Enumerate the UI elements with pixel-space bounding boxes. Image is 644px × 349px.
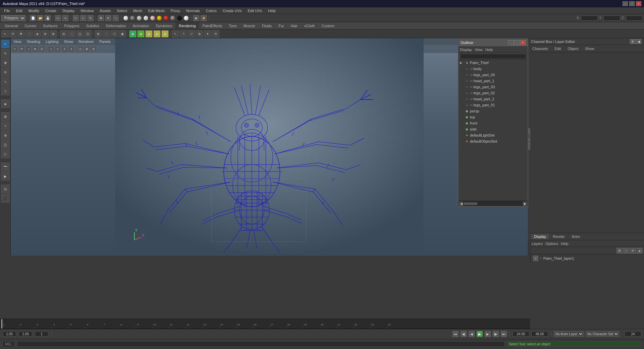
outliner-item-legs-03[interactable]: ○ ─ legs_part_03 <box>459 84 528 90</box>
viewport-3d[interactable]: View Shading Lighting Show Renderer Pane… <box>11 38 528 256</box>
outliner-view-menu[interactable]: View <box>475 48 483 52</box>
snap-curve-btn[interactable]: ⌗ <box>1 121 10 130</box>
tab-painteffects[interactable]: PaintEffects <box>199 22 226 30</box>
y-input[interactable] <box>603 15 620 21</box>
icon-btn-13[interactable]: ⋯ <box>103 30 110 38</box>
render-tab[interactable]: Render <box>550 234 568 239</box>
tab-hair[interactable]: Hair <box>287 22 301 30</box>
icon-btn-21[interactable]: ⟲ <box>212 30 219 38</box>
snap-grid-btn[interactable]: ⊞ <box>1 112 10 121</box>
timeline-ruler[interactable]: 1 2 3 4 5 6 7 8 9 10 11 12 13 14 15 16 1… <box>0 319 530 329</box>
move-tool-btn[interactable]: ✥ <box>1 58 10 67</box>
tab-general[interactable]: General <box>1 22 21 30</box>
outliner-item-body[interactable]: ○ ─ body <box>459 66 528 72</box>
icon-yellow-2[interactable]: ◉ <box>153 30 161 38</box>
options-menu[interactable]: Options <box>545 242 558 246</box>
menu-item-mesh[interactable]: Mesh <box>130 8 145 13</box>
outliner-item-default-light-set[interactable]: ● defaultLightSet <box>459 132 528 138</box>
icon-yellow-1[interactable]: ◉ <box>145 30 153 38</box>
le-help-menu[interactable]: Help <box>561 242 569 246</box>
menu-item-edit[interactable]: Edit <box>13 8 25 13</box>
ch-expand-btn[interactable]: ◀ <box>636 39 641 44</box>
outliner-item-default-object-set[interactable]: ● defaultObjectSet <box>459 138 528 144</box>
end-time-2-input[interactable] <box>531 331 548 337</box>
menu-item-file[interactable]: File <box>1 8 13 13</box>
prev-key-btn[interactable]: ◀| <box>461 331 467 337</box>
snap-surface-btn[interactable]: ◫ <box>1 140 10 149</box>
menu-item-create uvs[interactable]: Create UVs <box>220 8 245 13</box>
icon-btn-17[interactable]: ⌗ <box>180 30 187 38</box>
paint-select-btn[interactable]: ✎ <box>1 49 10 58</box>
outliner-close-btn[interactable]: ✕ <box>520 40 526 45</box>
mode-selector[interactable]: Polygons <box>1 15 25 21</box>
tab-animation[interactable]: Animation <box>129 22 153 30</box>
menu-item-edit mesh[interactable]: Edit Mesh <box>146 8 167 13</box>
x-input[interactable] <box>581 15 598 21</box>
next-key-btn[interactable]: |▶ <box>493 331 499 337</box>
tab-polygons[interactable]: Polygons <box>61 22 83 30</box>
z-input[interactable] <box>626 15 643 21</box>
layer-del-btn[interactable]: ✕ <box>630 248 636 254</box>
channels-tab[interactable]: Channels <box>530 46 550 51</box>
icon-btn-10[interactable]: ◫ <box>76 30 84 38</box>
display-tab[interactable]: Display <box>531 234 549 239</box>
tab-surfaces[interactable]: Surfaces <box>40 22 61 30</box>
outliner-item-legs-01[interactable]: ○ ─ legs_part_01 <box>459 102 528 108</box>
rotate-tool-btn[interactable]: ⟳ <box>1 68 10 77</box>
menu-item-edit uvs[interactable]: Edit UVs <box>245 8 265 13</box>
tab-ncloth[interactable]: nCloth <box>301 22 318 30</box>
redo-btn[interactable]: ↪ <box>62 15 68 21</box>
outliner-item-palm-thief[interactable]: ▶ ◈ Palm_Thief <box>459 60 528 66</box>
step-fwd-btn[interactable]: ▶ <box>485 331 491 337</box>
icon-green-2[interactable]: ◉ <box>137 30 145 38</box>
end-time-1-input[interactable] <box>513 331 529 337</box>
layer-visibility-btn[interactable]: V <box>533 256 538 261</box>
tab-deformation[interactable]: Deformation <box>103 22 129 30</box>
tab-curves[interactable]: Curves <box>21 22 40 30</box>
command-line-input[interactable] <box>17 341 504 347</box>
current-time-input[interactable] <box>3 331 16 337</box>
icon-btn-16[interactable]: ↖ <box>172 30 179 38</box>
icon-btn-19[interactable]: ⊕ <box>196 30 203 38</box>
cluster-btn[interactable]: ⊡ <box>1 185 10 193</box>
tab-dynamics[interactable]: Dynamics <box>153 22 175 30</box>
snap-point-btn[interactable]: ⊕ <box>1 131 10 140</box>
outliner-title-bar[interactable]: Outliner ─ □ ✕ <box>459 39 528 46</box>
menu-item-create[interactable]: Create <box>43 8 59 13</box>
paint-btn[interactable]: ✎ <box>88 15 94 21</box>
outliner-item-legs-02[interactable]: ○ ─ legs_part_02 <box>459 90 528 96</box>
outliner-item-side[interactable]: ◉ side <box>459 126 528 132</box>
render-view-btn[interactable]: ▶ <box>1 172 10 181</box>
outliner-item-head-1[interactable]: ○ ─ head_part_1 <box>459 78 528 84</box>
tab-custom[interactable]: Custom <box>318 22 338 30</box>
show-tab[interactable]: Show <box>582 46 597 51</box>
icon-btn-8[interactable]: ⊟ <box>60 30 67 38</box>
edit-tab[interactable]: Edit <box>552 46 564 51</box>
select-tool-btn[interactable]: ↖ <box>1 40 10 48</box>
outliner-help-menu[interactable]: Help <box>485 48 493 52</box>
layer-connect-btn[interactable]: ↔ <box>623 248 629 254</box>
icon-btn-11[interactable]: ⊡ <box>84 30 92 38</box>
tab-fur[interactable]: Fur <box>275 22 287 30</box>
tab-toon[interactable]: Toon <box>225 22 240 30</box>
outliner-search-input[interactable] <box>460 54 526 59</box>
sculpt-btn[interactable]: ⬛ <box>1 194 10 203</box>
menu-item-window[interactable]: Window <box>78 8 96 13</box>
camera-tools-btn[interactable]: 📷 <box>1 162 10 171</box>
scale-tool-btn[interactable]: ⤡ <box>1 77 10 86</box>
outliner-display-menu[interactable]: Display <box>460 48 472 52</box>
step-back-btn[interactable]: ◀ <box>469 331 475 337</box>
object-tab[interactable]: Object <box>565 46 581 51</box>
outliner-hscroll-thumb[interactable] <box>464 202 477 205</box>
snap-live-btn[interactable]: ⬡ <box>1 150 10 158</box>
outliner-max-btn[interactable]: □ <box>514 40 520 45</box>
menu-item-normals[interactable]: Normals <box>183 8 203 13</box>
rotate-btn[interactable]: ⟳ <box>105 15 111 21</box>
close-button[interactable]: ✕ <box>636 1 641 6</box>
outliner-item-front[interactable]: ◉ front <box>459 120 528 126</box>
icon-btn-12[interactable]: ⊞ <box>95 30 102 38</box>
minimize-button[interactable]: ─ <box>623 1 628 6</box>
select-btn[interactable]: ↖ <box>73 15 79 21</box>
icon-btn-15[interactable]: ◉ <box>119 30 126 38</box>
icon-btn-18[interactable]: ↗ <box>188 30 195 38</box>
